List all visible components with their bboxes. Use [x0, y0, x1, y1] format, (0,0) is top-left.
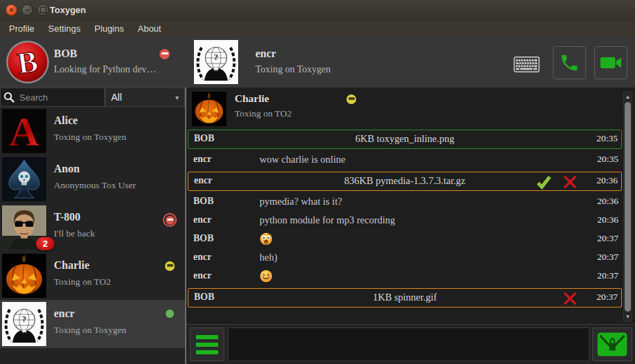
contact-status-message: Toxing on Toxygen	[54, 132, 126, 143]
toxygen-window: × – Toxygen ProfileSettingsPluginsAbout …	[0, 0, 635, 364]
message-text: pymedia? what is it?	[260, 196, 342, 208]
close-button[interactable]: ×	[6, 4, 17, 16]
video-camera-icon	[600, 52, 622, 74]
contact-state	[162, 213, 178, 227]
unread-badge: 2	[36, 237, 55, 250]
contact-filter-dropdown[interactable]: All ▾	[105, 88, 185, 107]
active-friend-name: encr	[255, 48, 276, 60]
message-sender: encr	[194, 175, 212, 186]
minimize-button[interactable]: –	[21, 4, 33, 16]
send-lock-icon	[596, 332, 628, 357]
message-row: encr 20:37	[188, 267, 622, 286]
message-text: python module for mp3 recording	[260, 214, 395, 226]
message-sender: BOB	[193, 196, 214, 207]
window-title: Toxygen	[50, 5, 86, 15]
scrollbar[interactable]: ▲ ▼	[623, 92, 632, 322]
contact-avatar	[2, 302, 46, 346]
send-button[interactable]	[592, 327, 632, 361]
audio-call-button[interactable]	[553, 46, 586, 79]
message-row: encr wow charlie is online 20:35	[188, 151, 622, 170]
message-input[interactable]	[228, 327, 589, 361]
busy-ring-status-icon	[163, 213, 177, 227]
scroll-down-arrow[interactable]: ▼	[624, 312, 632, 321]
contact-name: Alice	[54, 114, 78, 127]
online-status-icon	[166, 310, 174, 318]
contact-status-message: Anonymous Tox User	[54, 180, 136, 191]
message-time: 20:36	[596, 175, 618, 186]
contact-item-alice[interactable]: Alice Toxing on Toxygen	[0, 107, 185, 155]
message-time: 20:35	[597, 154, 618, 165]
file-transfer-name: 1KB spinner.gif	[188, 292, 621, 303]
message-row: BOB 20:37	[188, 230, 622, 249]
chat-contact-name: Charlie	[235, 92, 269, 105]
menu-settings[interactable]: Settings	[41, 21, 88, 36]
message-row: encr python module for mp3 recording 20:…	[188, 212, 622, 230]
video-call-button[interactable]	[594, 46, 627, 79]
message-sender: BOB	[193, 233, 214, 244]
message-row: BOB pymedia? what is it? 20:36	[188, 193, 622, 212]
self-name[interactable]: BOB	[54, 48, 77, 60]
maximize-button[interactable]	[37, 4, 49, 16]
message-sender: BOB	[194, 292, 215, 303]
contact-status-message: Toxing on Toxygen	[54, 325, 126, 336]
self-avatar[interactable]	[6, 40, 50, 84]
file-transfer-actions	[562, 290, 578, 307]
search-box	[0, 88, 105, 107]
away-status-icon	[346, 94, 356, 104]
file-transfer-row[interactable]: 836KB pymedia-1.3.7.3.tar.gz encr 20:36	[188, 172, 622, 191]
chat-contact-avatar	[192, 92, 226, 126]
cross-icon	[562, 290, 578, 307]
menu-about[interactable]: About	[130, 21, 168, 36]
message-sender: encr	[193, 252, 211, 263]
contact-avatar	[2, 109, 46, 153]
contact-name: Anon	[54, 163, 79, 175]
file-transfer-actions	[536, 174, 578, 190]
composer-bar	[186, 324, 635, 364]
menu-bar: ProfileSettingsPluginsAbout	[0, 21, 635, 37]
filter-value: All	[111, 92, 122, 103]
window-controls: × –	[6, 4, 49, 16]
file-transfer-row[interactable]: 1KB spinner.gif BOB 20:37	[188, 288, 622, 307]
message-text: wow charlie is online	[260, 154, 345, 165]
message-time: 20:37	[596, 292, 618, 303]
file-transfer-row[interactable]: 6KB toxygen_inline.png BOB 20:35	[188, 130, 622, 149]
message-sender: encr	[193, 154, 211, 165]
message-time: 20:37	[597, 252, 618, 263]
chat-contact-status-message: Toxing on TO2	[235, 108, 292, 119]
message-sender: encr	[193, 214, 211, 225]
message-list: 6KB toxygen_inline.png BOB 20:35 encr wo…	[188, 130, 622, 310]
message-sender: encr	[193, 270, 211, 281]
filter-bar: All ▾	[0, 88, 185, 107]
contact-item-encr[interactable]: encr Toxing on Toxygen	[0, 300, 185, 348]
menu-profile[interactable]: Profile	[2, 21, 41, 36]
self-status-message[interactable]: Looking for Python dev…	[54, 64, 156, 75]
menu-plugins[interactable]: Plugins	[88, 21, 131, 36]
contact-item-charlie[interactable]: Charlie Toxing on TO2	[0, 252, 185, 300]
message-text: heh)	[260, 252, 277, 263]
active-friend-avatar	[194, 40, 238, 84]
busy-status-icon[interactable]	[159, 49, 170, 59]
message-time: 20:35	[596, 133, 618, 144]
smile-emoji-icon	[260, 270, 273, 283]
contact-item-anon[interactable]: Anon Anonymous Tox User	[0, 155, 185, 203]
scroll-up-arrow[interactable]: ▲	[624, 92, 632, 101]
main-area: All ▾ Alice Toxing on Toxygen Anon Anony…	[0, 88, 635, 364]
decline-file-button[interactable]	[562, 174, 578, 190]
search-input[interactable]	[18, 92, 102, 103]
contact-status-message: I'll be back	[54, 228, 95, 239]
contact-item-t-800[interactable]: T-800 I'll be back 2	[0, 203, 185, 252]
decline-file-button[interactable]	[562, 290, 578, 307]
contact-avatar	[2, 254, 46, 298]
contact-state	[162, 310, 178, 318]
away-status-icon	[165, 261, 175, 271]
sidebar-divider	[185, 88, 186, 364]
accept-file-button[interactable]	[536, 174, 552, 190]
hamburger-icon	[196, 335, 218, 339]
scrollbar-thumb[interactable]	[625, 102, 631, 312]
keyboard-icon[interactable]	[513, 55, 540, 74]
top-panel: BOB Looking for Python dev… encr Toxing …	[0, 37, 635, 88]
smileys-menu-button[interactable]	[190, 327, 224, 361]
titlebar: × – Toxygen	[0, 0, 635, 21]
message-time: 20:36	[597, 196, 618, 207]
contact-name: T-800	[54, 211, 81, 223]
